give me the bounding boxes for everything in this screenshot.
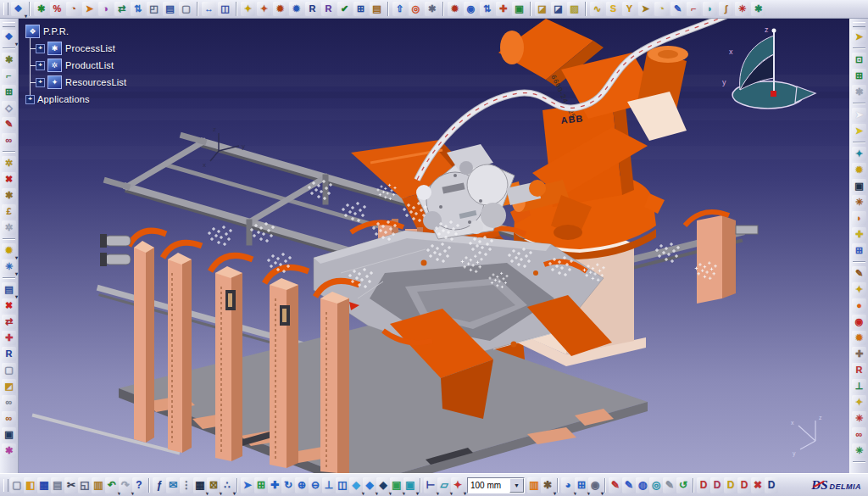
sail-flag-icon[interactable]: ◗ bbox=[852, 211, 866, 226]
pie-analysis-icon[interactable]: ◑ bbox=[98, 2, 113, 16]
sim-cubes-alt-icon[interactable]: ⊞ bbox=[852, 69, 866, 83]
annotate-pencil-icon[interactable]: ✎ bbox=[609, 477, 622, 493]
toolbar-drag-handle[interactable] bbox=[853, 22, 865, 27]
rotate-icon[interactable]: ↻ bbox=[281, 477, 295, 493]
measure-item-icon[interactable]: ⊞▾ bbox=[575, 477, 588, 493]
robot-ladder-icon[interactable]: R bbox=[852, 363, 866, 377]
measure-device-icon[interactable]: ◫ bbox=[218, 2, 232, 16]
snapshot-icon[interactable]: ▣ bbox=[512, 2, 526, 16]
delmia-check-icon[interactable]: D bbox=[737, 477, 751, 493]
measure-inertia-icon[interactable]: ◉▾ bbox=[588, 477, 602, 493]
zoom-out-icon[interactable]: ⊖ bbox=[309, 477, 322, 493]
toolbar-drag-handle[interactable] bbox=[3, 22, 15, 27]
ball-orange-icon[interactable]: ● bbox=[852, 298, 866, 313]
paint-icon[interactable]: ✎ bbox=[622, 477, 636, 493]
cursor-axis-icon[interactable]: ✦ bbox=[852, 395, 866, 410]
curve-corner-icon[interactable]: S bbox=[606, 2, 620, 16]
curve-split-icon[interactable]: Y bbox=[622, 2, 637, 16]
delmia-gantt-icon[interactable]: D bbox=[724, 477, 737, 493]
screen-pick-icon[interactable]: ▣ bbox=[852, 179, 866, 193]
tree-node-resourceslist[interactable]: ResourcesList bbox=[65, 77, 126, 87]
resource-chart-icon[interactable]: ▤ bbox=[163, 2, 177, 16]
delmia-sim-icon[interactable]: D bbox=[697, 477, 710, 493]
copy-icon[interactable]: ◱ bbox=[78, 477, 92, 493]
create-multi-view-icon[interactable]: ◫ bbox=[336, 477, 349, 493]
document-icon[interactable]: ▢ bbox=[2, 363, 16, 377]
chain-gray-icon[interactable]: ∞ bbox=[2, 395, 16, 410]
split-cubes-icon[interactable]: ◩ bbox=[2, 379, 16, 393]
iso-view-icon[interactable]: ◆▾ bbox=[349, 477, 363, 493]
expand-levels-icon[interactable]: ⇅ bbox=[131, 2, 145, 16]
ergonomics-run-icon[interactable]: ✹ bbox=[448, 2, 462, 16]
redo-icon[interactable]: ↷▾ bbox=[119, 477, 132, 493]
molecule-red-icon[interactable]: ✳ bbox=[852, 411, 866, 426]
gear-pencil-icon[interactable]: ✎ bbox=[852, 266, 866, 281]
gear-cube-icon[interactable]: ✲ bbox=[2, 156, 16, 170]
paste-special-icon[interactable]: ▤▾ bbox=[2, 282, 16, 297]
molecule-green-icon[interactable]: ✳ bbox=[852, 443, 866, 458]
workbench-cube-icon[interactable]: ❖▾ bbox=[2, 30, 16, 44]
swap-process-icon[interactable]: ⇄ bbox=[114, 2, 129, 16]
molecule-icon[interactable]: ✳▾ bbox=[2, 259, 16, 274]
assign-item-icon[interactable]: ➤ bbox=[82, 2, 97, 16]
tag-chain-icon[interactable]: ∞ bbox=[852, 427, 866, 442]
fan-sweep-icon[interactable]: ◔ bbox=[654, 2, 669, 16]
open-folder-icon[interactable]: ◧ bbox=[24, 477, 37, 493]
normal-view-icon[interactable]: ⊥ bbox=[322, 477, 336, 493]
process-cycle-icon[interactable]: ◔ bbox=[66, 2, 81, 16]
lock-icon[interactable]: ⊠▾ bbox=[207, 477, 220, 493]
tree-node-ppr[interactable]: P.P.R. bbox=[43, 26, 69, 36]
design-table-icon[interactable]: ▦▾ bbox=[193, 477, 207, 493]
new-cube-icon[interactable]: ▢ bbox=[179, 2, 193, 16]
hammer-tools-icon[interactable]: ✚ bbox=[852, 347, 866, 361]
overflow-dots-icon[interactable]: ⋮ bbox=[180, 477, 193, 493]
delete-x-icon[interactable]: ✖ bbox=[2, 298, 16, 313]
validate-task-icon[interactable]: ✔ bbox=[337, 2, 352, 16]
cost-cube-icon[interactable]: £ bbox=[2, 204, 16, 219]
gears-disabled-icon[interactable]: ✲ bbox=[2, 220, 16, 235]
select-edit-icon[interactable]: ➤ bbox=[852, 124, 866, 138]
paintbrush-icon[interactable]: ✎ bbox=[670, 2, 685, 16]
tree-node-processlist[interactable]: ProcessList bbox=[65, 43, 115, 53]
select-arrow-icon[interactable]: ➤ bbox=[852, 108, 866, 122]
snap-icon[interactable]: ✦▾ bbox=[451, 477, 465, 493]
tree-node-productlist[interactable]: ProductList bbox=[65, 60, 114, 70]
lift-lower-icon[interactable]: ⇅ bbox=[480, 2, 494, 16]
circuit-icon[interactable]: ✳ bbox=[735, 2, 749, 16]
shading-icon[interactable]: ◆▾ bbox=[363, 477, 376, 493]
combo-dropdown-button[interactable]: ▼ bbox=[509, 478, 524, 493]
knot-icon[interactable]: ✱ bbox=[751, 2, 765, 16]
print-icon[interactable]: ▤ bbox=[51, 477, 64, 493]
robot-arm-icon[interactable]: ⌐ bbox=[2, 69, 16, 83]
repair-icon[interactable]: ✚ bbox=[496, 2, 510, 16]
cursor-target-icon[interactable]: ✚ bbox=[852, 227, 866, 242]
delmia-queue-icon[interactable]: D bbox=[710, 477, 724, 493]
teach-pendant-icon[interactable]: ✹ bbox=[289, 2, 303, 16]
manikin-doc-alt-icon[interactable]: ◪ bbox=[551, 2, 565, 16]
pan-icon[interactable]: ✚ bbox=[268, 477, 281, 493]
link-boxes-icon[interactable]: ◰ bbox=[147, 2, 161, 16]
dotted-grid-icon[interactable]: ⊞ bbox=[852, 243, 866, 258]
antenna-icon[interactable]: ✳ bbox=[852, 195, 866, 209]
robot-task-icon[interactable]: R bbox=[305, 2, 320, 16]
robot-task-alt-icon[interactable]: R bbox=[321, 2, 336, 16]
paste-icon[interactable]: ▥ bbox=[92, 477, 105, 493]
ppr-root-icon[interactable]: ❖ bbox=[25, 25, 40, 38]
jog-device-icon[interactable]: ✦ bbox=[852, 147, 866, 161]
shading-edges-icon[interactable]: ◆▾ bbox=[376, 477, 390, 493]
3d-viewport[interactable]: z x y bbox=[19, 19, 849, 473]
render-apply-icon[interactable]: ▣▾ bbox=[403, 477, 417, 493]
delmia-target-icon[interactable]: D bbox=[765, 477, 778, 493]
jog-stop-icon[interactable]: ✦ bbox=[257, 2, 271, 16]
expand-applications-button[interactable]: + bbox=[25, 95, 35, 104]
new-document-icon[interactable]: ▢ bbox=[10, 477, 24, 493]
measure-between-icon[interactable]: ◕▾ bbox=[561, 477, 575, 493]
zoom-in-icon[interactable]: ⊕ bbox=[295, 477, 309, 493]
hook-curve-icon[interactable]: ∫ bbox=[719, 2, 733, 16]
gear-muted-icon[interactable]: ✱ bbox=[852, 85, 866, 99]
delmia-clash-icon[interactable]: ✖ bbox=[751, 477, 765, 493]
measure-span-icon[interactable]: ↔ bbox=[202, 2, 216, 16]
expand-processlist-button[interactable]: + bbox=[36, 44, 45, 53]
surface-leaf-icon[interactable]: ◗ bbox=[703, 2, 717, 16]
globe-icon[interactable]: ◎ bbox=[649, 477, 663, 493]
